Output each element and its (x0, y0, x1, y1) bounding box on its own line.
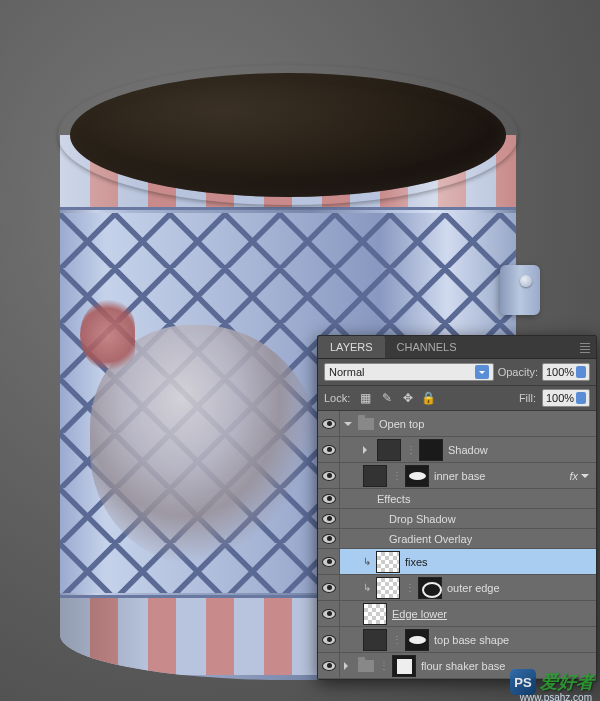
layer-edge-lower[interactable]: Edge lower (318, 601, 596, 627)
lock-pixels-icon[interactable]: ✎ (379, 391, 394, 406)
visibility-toggle[interactable] (318, 549, 340, 574)
watermark-url: www.psahz.com (520, 692, 592, 701)
layer-thumb (377, 439, 401, 461)
effect-label: Gradient Overlay (389, 533, 472, 545)
lock-all-icon[interactable]: 🔒 (421, 391, 436, 406)
eye-icon (322, 557, 336, 567)
clip-arrow-icon: ↳ (363, 556, 371, 567)
visibility-toggle[interactable] (318, 437, 340, 462)
visibility-toggle[interactable] (318, 601, 340, 626)
eye-icon (322, 471, 336, 481)
folder-icon (358, 418, 374, 430)
lock-icons: ▦ ✎ ✥ 🔒 (358, 391, 436, 406)
layer-effects-header[interactable]: Effects (318, 489, 596, 509)
disclosure-triangle-icon[interactable] (344, 422, 352, 430)
disclosure-triangle-icon[interactable] (344, 662, 352, 670)
disclosure-triangle-icon[interactable] (363, 446, 371, 454)
eye-icon (322, 635, 336, 645)
layer-thumb (376, 551, 400, 573)
fx-disclosure-icon (581, 474, 589, 482)
opacity-label: Opacity: (498, 366, 538, 378)
visibility-toggle[interactable] (318, 653, 340, 678)
layer-label: Open top (379, 418, 424, 430)
lock-fill-row: Lock: ▦ ✎ ✥ 🔒 Fill: 100% (318, 386, 596, 411)
eye-icon (322, 661, 336, 671)
tab-channels[interactable]: CHANNELS (385, 336, 469, 358)
visibility-toggle[interactable] (318, 411, 340, 436)
link-icon: ⋮ (405, 582, 413, 593)
opacity-input[interactable]: 100% (542, 363, 590, 381)
layer-inner-base[interactable]: ⋮inner basefx (318, 463, 596, 489)
visibility-toggle[interactable] (318, 489, 340, 508)
layer-top-base-shape[interactable]: ⋮top base shape (318, 627, 596, 653)
layer-group-open-top[interactable]: Open top (318, 411, 596, 437)
layer-label: flour shaker base (421, 660, 505, 672)
link-icon: ⋮ (392, 470, 400, 481)
folder-icon (358, 660, 374, 672)
lock-transparency-icon[interactable]: ▦ (358, 391, 373, 406)
layer-effect-drop-shadow[interactable]: Drop Shadow (318, 509, 596, 529)
fx-badge[interactable]: fx (569, 470, 590, 482)
visibility-toggle[interactable] (318, 627, 340, 652)
layer-label: Shadow (448, 444, 488, 456)
layer-effect-gradient-overlay[interactable]: Gradient Overlay (318, 529, 596, 549)
visibility-toggle[interactable] (318, 575, 340, 600)
layer-label: outer edge (447, 582, 500, 594)
layer-label: Edge lower (392, 608, 447, 620)
link-icon: ⋮ (379, 660, 387, 671)
opacity-value: 100% (546, 366, 574, 378)
effect-label: Drop Shadow (389, 513, 456, 525)
panel-menu-icon[interactable] (580, 343, 590, 353)
effects-label: Effects (377, 493, 410, 505)
layer-fixes[interactable]: ↳fixes (318, 549, 596, 575)
eye-icon (322, 534, 336, 544)
layer-thumb (363, 603, 387, 625)
layer-label: inner base (434, 470, 485, 482)
fill-slider-icon (576, 392, 586, 404)
layer-label: top base shape (434, 634, 509, 646)
blend-opacity-row: Normal Opacity: 100% (318, 359, 596, 386)
layer-mask-thumb (392, 655, 416, 677)
clip-arrow-icon: ↳ (363, 582, 371, 593)
watermark-text: 爱好者 (540, 670, 594, 694)
tin-handle (500, 265, 540, 315)
fill-value: 100% (546, 392, 574, 404)
layer-thumb (363, 629, 387, 651)
eye-icon (322, 494, 336, 504)
layer-mask-thumb (418, 577, 442, 599)
panel-tabs: LAYERS CHANNELS (318, 336, 596, 359)
tin-opening (70, 73, 506, 197)
layer-mask-thumb (405, 629, 429, 651)
layer-shadow[interactable]: ⋮Shadow (318, 437, 596, 463)
layer-mask-thumb (405, 465, 429, 487)
layer-label: fixes (405, 556, 428, 568)
layer-mask-thumb (419, 439, 443, 461)
visibility-toggle[interactable] (318, 463, 340, 488)
lock-position-icon[interactable]: ✥ (400, 391, 415, 406)
layer-thumb (376, 577, 400, 599)
layers-panel[interactable]: LAYERS CHANNELS Normal Opacity: 100% Loc… (317, 335, 597, 680)
opacity-slider-icon (576, 366, 586, 378)
layer-outer-edge[interactable]: ↳⋮outer edge (318, 575, 596, 601)
eye-icon (322, 583, 336, 593)
fill-label: Fill: (519, 392, 536, 404)
lock-label: Lock: (324, 392, 350, 404)
eye-icon (322, 445, 336, 455)
visibility-toggle[interactable] (318, 529, 340, 548)
eye-icon (322, 514, 336, 524)
blend-mode-select[interactable]: Normal (324, 363, 494, 381)
link-icon: ⋮ (392, 634, 400, 645)
visibility-toggle[interactable] (318, 509, 340, 528)
eye-icon (322, 609, 336, 619)
dropdown-arrow-icon (475, 365, 489, 379)
fill-input[interactable]: 100% (542, 389, 590, 407)
layer-list[interactable]: Open top ⋮Shadow ⋮inner basefx Effects D… (318, 411, 596, 679)
tab-layers[interactable]: LAYERS (318, 336, 385, 358)
link-icon: ⋮ (406, 444, 414, 455)
layer-thumb (363, 465, 387, 487)
eye-icon (322, 419, 336, 429)
blend-mode-value: Normal (329, 366, 364, 378)
